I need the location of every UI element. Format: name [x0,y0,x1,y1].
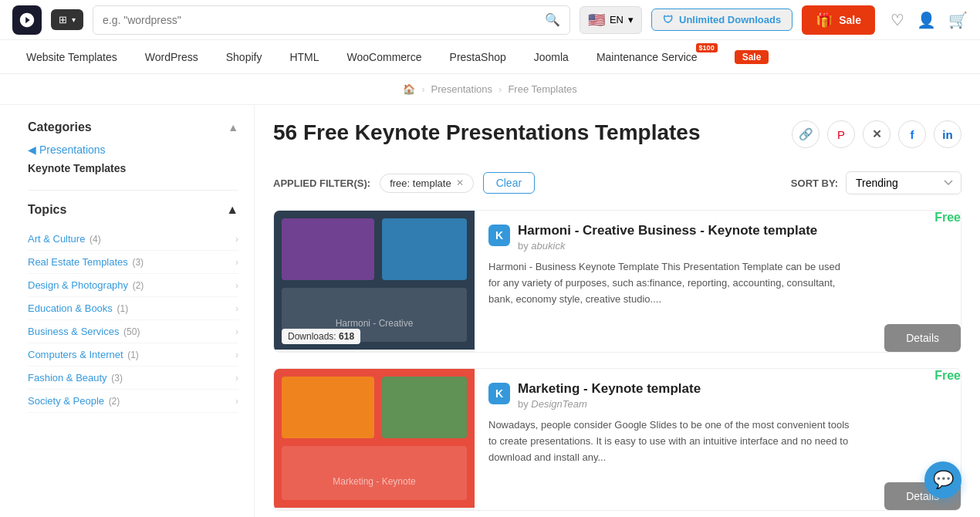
topic-link[interactable]: Real Estate Templates (3) [28,256,144,268]
nav-item-maintenance[interactable]: Maintenance Service $100 [583,40,711,74]
gift-icon: 🎁 [816,12,833,29]
product-title[interactable]: Harmoni - Creative Business - Keynote te… [518,223,817,238]
topics-list: Art & Culture (4)›Real Estate Templates … [28,228,238,413]
topic-item: Fashion & Beauty (3)› [28,367,238,390]
topic-link[interactable]: Fashion & Beauty (3) [28,372,123,384]
product-author: by abukick [518,240,817,252]
product-thumbnail[interactable]: Marketing - Keynote [274,369,475,510]
cart-icon[interactable]: 🛒 [948,11,968,29]
product-card: Harmoni - Creative Downloads: 618 K Harm… [273,210,961,353]
nav-item-shopify[interactable]: Shopify [212,40,276,74]
collapse-topics-icon[interactable]: ▲ [226,203,238,217]
topic-link[interactable]: Education & Books (1) [28,302,128,314]
logo[interactable] [12,5,42,35]
header-icons: ♡ 👤 🛒 [890,11,968,29]
svg-text:Harmoni - Creative: Harmoni - Creative [336,318,414,329]
social-icons: 🔗 P ✕ f in [792,120,961,148]
nav-item-wordpress[interactable]: WordPress [131,40,212,74]
topic-item: Computers & Internet (1)› [28,343,238,367]
unlimited-downloads-button[interactable]: 🛡 Unlimited Downloads [651,8,792,31]
product-title[interactable]: Marketing - Keynote template [518,381,701,396]
linkedin-icon[interactable]: in [934,120,961,148]
nav-item-sale[interactable]: Sale [711,40,783,74]
nav-item-website-templates[interactable]: Website Templates [12,40,131,74]
breadcrumb-presentations[interactable]: Presentations [431,83,493,95]
svg-rect-7 [382,377,467,438]
home-icon[interactable]: 🏠 [403,83,415,95]
grid-icon: ⊞ [59,14,67,25]
chevron-right-icon: › [235,234,238,245]
applied-filters-label: APPLIED FILTER(S): [273,177,370,189]
collapse-icon[interactable]: ▲ [228,121,238,133]
topic-item: Real Estate Templates (3)› [28,251,238,274]
nav-toggle-button[interactable]: ⊞ ▾ [51,9,83,30]
product-type-icon: K [488,225,510,246]
svg-text:Marketing - Keynote: Marketing - Keynote [333,476,416,487]
sidebar-divider [28,190,238,191]
main-content: Categories ▲ ◀ Presentations Keynote Tem… [0,105,980,517]
pinterest-icon[interactable]: P [827,120,855,148]
topic-link[interactable]: Society & People (2) [28,395,120,407]
content-area: 56 Free Keynote Presentations Templates … [255,105,980,517]
topic-item: Design & Photography (2)› [28,274,238,297]
shield-icon: 🛡 [663,14,673,25]
language-button[interactable]: 🇺🇸 EN ▾ [580,6,642,34]
nav-item-prestashop[interactable]: PrestaShop [436,40,520,74]
filter-tag-free-template: free: template ✕ [380,174,474,193]
sale-label: Sale [839,14,861,26]
chevron-right-icon: › [235,303,238,314]
chevron-down-icon: ▾ [72,15,76,24]
lang-label: EN [610,14,623,25]
topic-link[interactable]: Design & Photography (2) [28,279,144,291]
svg-rect-1 [282,218,374,280]
sidebar: Categories ▲ ◀ Presentations Keynote Tem… [0,105,255,517]
sale-button[interactable]: 🎁 Sale [802,5,875,35]
twitter-x-icon[interactable]: ✕ [863,120,890,148]
chevron-right-icon: › [235,326,238,337]
chevron-right-icon: › [235,280,238,291]
product-description: Harmoni - Business Keynote Template This… [488,259,854,307]
downloads-badge: Downloads: 618 [282,329,360,344]
search-input[interactable] [103,14,539,26]
title-row: 56 Free Keynote Presentations Templates … [273,120,961,159]
remove-filter-icon[interactable]: ✕ [456,177,464,188]
topics-section-title: Topics ▲ [28,203,238,217]
filters-row: APPLIED FILTER(S): free: template ✕ Clea… [273,171,961,194]
nav-item-woocommerce[interactable]: WooCommerce [333,40,436,74]
breadcrumb: 🏠 › Presentations › Free Templates [0,74,980,105]
topic-link[interactable]: Computers & Internet (1) [28,349,139,360]
wishlist-icon[interactable]: ♡ [890,11,904,29]
search-icon: 🔍 [545,12,560,27]
navbar: Website Templates WordPress Shopify HTML… [0,40,980,74]
chevron-right-icon: › [235,350,238,360]
product-price: Free [934,211,961,225]
svg-rect-8 [282,446,467,500]
nav-item-joomla[interactable]: Joomla [520,40,583,74]
user-icon[interactable]: 👤 [917,11,936,29]
chat-icon: 💬 [933,470,954,490]
chat-bubble-button[interactable]: 💬 [924,461,961,498]
sale-nav-tag: Sale [735,50,769,64]
sort-row: SORT BY: Trending Newest Popular Rating [791,171,961,194]
product-thumbnail[interactable]: Harmoni - Creative Downloads: 618 [274,211,475,352]
topic-link[interactable]: Art & Culture (4) [28,233,101,245]
topic-link[interactable]: Business & Services (50) [28,326,140,337]
sidebar-parent-presentations[interactable]: ◀ Presentations [28,144,238,156]
nav-item-html[interactable]: HTML [275,40,333,74]
clear-filters-button[interactable]: Clear [483,172,535,194]
facebook-icon[interactable]: f [898,120,926,148]
unlimited-label: Unlimited Downloads [679,14,781,25]
details-button[interactable]: Details [884,324,961,352]
topic-item: Business & Services (50)› [28,320,238,343]
share-link-icon[interactable]: 🔗 [792,120,819,148]
product-top: K Harmoni - Creative Business - Keynote … [488,223,854,252]
chevron-right-icon: › [235,373,238,384]
product-author: by DesignTeam [518,398,701,410]
sort-select[interactable]: Trending Newest Popular Rating [846,171,961,194]
flag-icon: 🇺🇸 [588,12,605,29]
svg-rect-6 [282,377,374,438]
svg-rect-2 [382,218,467,280]
product-price: Free [934,369,961,383]
search-bar: 🔍 [93,5,570,35]
filter-tag-value: free: template [390,177,451,189]
